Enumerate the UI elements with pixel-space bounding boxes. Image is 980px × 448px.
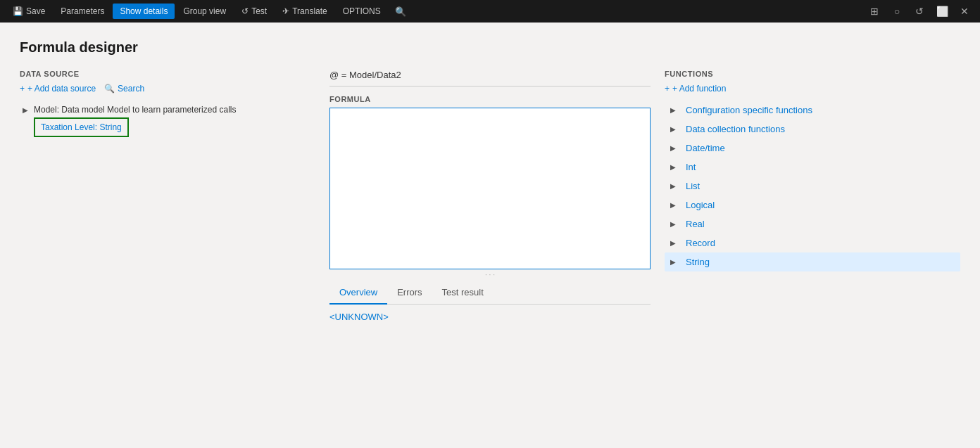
add-datasource-button[interactable]: + + Add data source [20, 84, 96, 94]
formula-label: FORMULA [329, 95, 651, 103]
expand-icon-button[interactable]: ⬜ [932, 1, 952, 21]
add-function-label: + Add function [672, 84, 726, 94]
titlebar-buttons: 💾 Save Parameters Show details Group vie… [6, 4, 865, 20]
right-panel: FUNCTIONS + + Add function ▶ Configurati… [665, 70, 960, 437]
test-button[interactable]: ↺ Test [234, 4, 274, 19]
group-view-button[interactable]: Group view [176, 4, 233, 19]
tab-overview-content: <UNKNOWN> [329, 305, 651, 329]
add-function-button[interactable]: + + Add function [665, 84, 960, 94]
options-button[interactable]: OPTIONS [336, 4, 388, 19]
func-logical-label: Logical [686, 200, 715, 210]
func-int-label: Int [686, 162, 696, 172]
func-record-label: Record [686, 238, 715, 248]
overview-value: <UNKNOWN> [329, 312, 389, 322]
chevron-right-icon: ▶ [670, 144, 680, 152]
func-item-data-collection[interactable]: ▶ Data collection functions [665, 120, 960, 139]
parameters-label: Parameters [61, 6, 104, 16]
func-data-collection-label: Data collection functions [686, 124, 785, 134]
func-item-int[interactable]: ▶ Int [665, 158, 960, 177]
formula-tabs: Overview Errors Test result [329, 281, 651, 305]
search-icon: 🔍 [104, 84, 115, 94]
func-item-real[interactable]: ▶ Real [665, 215, 960, 233]
save-label: Save [26, 6, 45, 16]
add-icon: + [20, 84, 25, 94]
tree-child-area: Taxation Level: String [34, 117, 315, 137]
panel-actions: + + Add data source 🔍 Search [20, 84, 315, 94]
save-icon: 💾 [13, 6, 23, 16]
translate-icon: ✈ [282, 6, 289, 16]
parameters-button[interactable]: Parameters [54, 4, 111, 19]
tab-overview[interactable]: Overview [329, 281, 387, 305]
search-label: Search [118, 84, 144, 94]
show-details-button[interactable]: Show details [113, 4, 175, 19]
functions-list: ▶ Configuration specific functions ▶ Dat… [665, 101, 960, 271]
func-item-list[interactable]: ▶ List [665, 177, 960, 196]
resize-handle[interactable]: · · · [329, 269, 651, 280]
options-label: OPTIONS [343, 6, 381, 16]
office-icon-button[interactable]: ○ [887, 1, 907, 21]
func-item-datetime[interactable]: ▶ Date/time [665, 139, 960, 158]
tree-item-model[interactable]: ▶ Model: Data model Model to learn param… [20, 102, 315, 117]
tab-errors-label: Errors [397, 287, 422, 297]
left-panel: DATA SOURCE + + Add data source 🔍 Search… [20, 70, 315, 437]
formula-binding: @ = Model/Data2 [329, 70, 651, 87]
selected-item-label: Taxation Level: String [41, 122, 122, 132]
refresh-icon-button[interactable]: ↺ [910, 1, 929, 21]
func-string-label: String [686, 257, 710, 267]
chevron-right-icon: ▶ [670, 239, 680, 247]
func-item-string[interactable]: ▶ String [665, 252, 960, 271]
chevron-right-icon: ▶ [670, 258, 680, 266]
func-item-record[interactable]: ▶ Record [665, 233, 960, 252]
grid-icon-button[interactable]: ⊞ [865, 1, 884, 21]
chevron-right-icon: ▶ [670, 125, 680, 133]
close-button[interactable]: ✕ [955, 1, 974, 21]
translate-label: Translate [292, 6, 327, 16]
tab-errors[interactable]: Errors [387, 281, 432, 305]
datasource-label: DATA SOURCE [20, 70, 315, 78]
page: Formula designer DATA SOURCE + + Add dat… [0, 23, 980, 448]
formula-editor[interactable] [329, 108, 651, 269]
search-button[interactable]: 🔍 [389, 4, 412, 20]
tab-test-result[interactable]: Test result [432, 281, 494, 305]
search-datasource-button[interactable]: 🔍 Search [104, 84, 144, 94]
page-title: Formula designer [20, 39, 960, 56]
functions-label: FUNCTIONS [665, 70, 960, 78]
show-details-label: Show details [120, 6, 168, 16]
test-icon: ↺ [241, 6, 249, 16]
func-datetime-label: Date/time [686, 143, 725, 153]
tab-test-result-label: Test result [442, 287, 484, 297]
chevron-right-icon: ▶ [20, 106, 31, 114]
tab-overview-label: Overview [339, 287, 377, 297]
func-item-logical[interactable]: ▶ Logical [665, 196, 960, 215]
content-area: DATA SOURCE + + Add data source 🔍 Search… [20, 70, 960, 437]
add-function-icon: + [665, 84, 670, 94]
chevron-right-icon: ▶ [670, 106, 680, 114]
tree-item-model-label: Model: Data model Model to learn paramet… [34, 105, 236, 115]
titlebar: 💾 Save Parameters Show details Group vie… [0, 0, 980, 23]
func-config-label: Configuration specific functions [686, 105, 812, 115]
chevron-right-icon: ▶ [670, 201, 680, 209]
chevron-right-icon: ▶ [670, 163, 680, 171]
func-real-label: Real [686, 219, 705, 229]
main-content: Formula designer DATA SOURCE + + Add dat… [0, 23, 980, 448]
selected-tree-item[interactable]: Taxation Level: String [34, 117, 129, 137]
test-label: Test [251, 6, 267, 16]
group-view-label: Group view [183, 6, 226, 16]
translate-button[interactable]: ✈ Translate [275, 4, 334, 19]
save-button[interactable]: 💾 Save [6, 4, 52, 19]
window-controls: ⊞ ○ ↺ ⬜ ✕ [865, 1, 974, 21]
func-list-label: List [686, 181, 700, 191]
func-item-config[interactable]: ▶ Configuration specific functions [665, 101, 960, 120]
middle-panel: @ = Model/Data2 FORMULA · · · Overview E… [315, 70, 665, 437]
chevron-right-icon: ▶ [670, 182, 680, 190]
datasource-tree: ▶ Model: Data model Model to learn param… [20, 102, 315, 437]
chevron-right-icon: ▶ [670, 220, 680, 228]
add-datasource-label: + Add data source [27, 84, 96, 94]
